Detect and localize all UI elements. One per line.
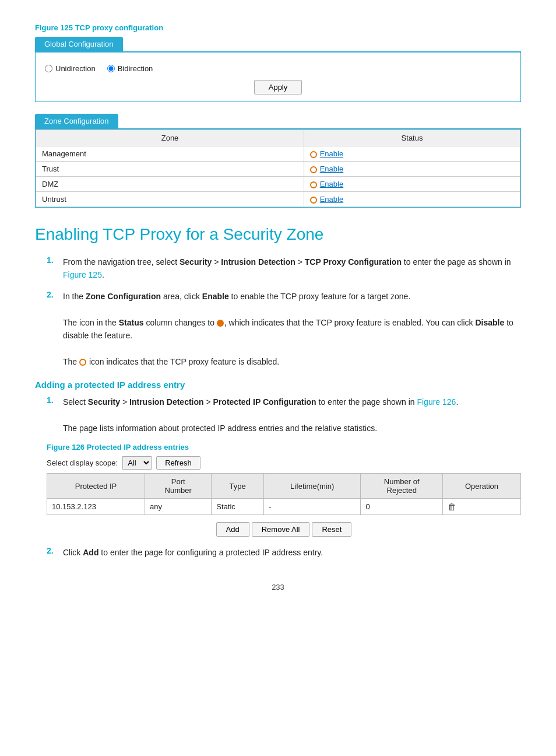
direction-radio-row: Unidirection Bidirection: [45, 64, 511, 73]
sub-step-1-content: Select Security > Intrusion Detection > …: [63, 396, 521, 435]
final-step-2-content: Click Add to enter the page for configur…: [63, 546, 521, 559]
figure125-link[interactable]: Figure 125: [63, 270, 102, 279]
step-1-content: From the navigation tree, select Securit…: [63, 256, 521, 282]
final-steps-list: 2. Click Add to enter the page for confi…: [35, 546, 521, 559]
cell-ip: 10.153.2.123: [47, 499, 145, 515]
col-lifetime: Lifetime(min): [263, 474, 361, 499]
step-1-num: 1.: [47, 256, 56, 282]
figure-126-section: Figure 126 Protected IP address entries …: [35, 443, 521, 537]
disabled-icon: [310, 197, 317, 204]
figure126-link[interactable]: Figure 126: [417, 397, 456, 407]
global-config-tab-header: Global Configuration: [35, 37, 521, 51]
bottom-buttons: Add Remove All Reset: [47, 522, 521, 537]
figure-125-caption: Figure 125 TCP proxy configuration: [35, 23, 521, 32]
enable-link-management[interactable]: Enable: [320, 149, 343, 158]
zone-config-tab-label: Zone Configuration: [35, 114, 118, 128]
display-scope-row: Select display scope: All Refresh: [47, 456, 521, 470]
zone-dmz: DMZ: [36, 177, 304, 192]
table-row: Trust Enable: [36, 162, 520, 177]
final-step-2-num: 2.: [47, 546, 56, 559]
security-bold2: Security: [88, 397, 120, 407]
protected-ip-table: Protected IP PortNumber Type Lifetime(mi…: [47, 473, 521, 515]
zone-config-panel: Zone Status Management Enable Trust E: [35, 128, 521, 208]
step-1: 1. From the navigation tree, select Secu…: [35, 256, 521, 282]
disabled-icon-inline: [79, 359, 86, 366]
enabled-icon: [217, 320, 224, 327]
enable-link-dmz[interactable]: Enable: [320, 180, 343, 188]
bidirection-text: Bidirection: [118, 64, 153, 73]
table-header-row: Protected IP PortNumber Type Lifetime(mi…: [47, 474, 521, 499]
status-bold: Status: [119, 318, 144, 327]
disabled-icon: [310, 181, 317, 188]
steps-list: 1. From the navigation tree, select Secu…: [35, 256, 521, 368]
step-2-num: 2.: [47, 290, 56, 368]
add-button[interactable]: Add: [216, 522, 249, 537]
status-management: Enable: [304, 146, 520, 162]
bidirection-label[interactable]: Bidirection: [107, 64, 153, 73]
bidirection-radio[interactable]: [107, 65, 115, 72]
sub-step-1: 1. Select Security > Intrusion Detection…: [35, 396, 521, 435]
disabled-icon: [310, 166, 317, 173]
intrusion-detection-bold: Intrusion Detection: [221, 257, 295, 267]
delete-icon[interactable]: 🗑: [448, 502, 456, 512]
zone-management: Management: [36, 146, 304, 162]
page-number: 233: [35, 583, 521, 592]
status-untrust: Enable: [304, 192, 520, 207]
zone-config-bold: Zone Configuration: [86, 292, 161, 301]
global-config-tab-label: Global Configuration: [35, 37, 123, 51]
remove-all-button[interactable]: Remove All: [252, 522, 310, 537]
add-bold: Add: [83, 548, 98, 557]
table-row: DMZ Enable: [36, 177, 520, 192]
tcp-proxy-config-bold: TCP Proxy Configuration: [305, 257, 402, 267]
col-operation: Operation: [442, 474, 520, 499]
zone-col-header: Zone: [36, 130, 304, 146]
figure-125-section: Figure 125 TCP proxy configuration Globa…: [35, 23, 521, 208]
scope-label: Select display scope:: [47, 459, 118, 467]
unidirection-radio[interactable]: [45, 65, 52, 72]
zone-table: Zone Status Management Enable Trust E: [36, 130, 520, 207]
unidirection-text: Unidirection: [55, 64, 96, 73]
global-config-panel: Unidirection Bidirection Apply: [35, 51, 521, 102]
security-bold: Security: [180, 257, 212, 267]
table-row: Untrust Enable: [36, 192, 520, 207]
intrusion-detection-bold2: Intrusion Detection: [129, 397, 204, 407]
step-2-content: In the Zone Configuration area, click En…: [63, 290, 521, 368]
col-protected-ip: Protected IP: [47, 474, 145, 499]
disabled-icon: [310, 151, 317, 158]
main-heading: Enabling TCP Proxy for a Security Zone: [35, 225, 521, 244]
sub-heading: Adding a protected IP address entry: [35, 380, 521, 390]
zone-untrust: Untrust: [36, 192, 304, 207]
cell-lifetime: -: [263, 499, 361, 515]
zone-config-tab-header: Zone Configuration: [35, 114, 521, 128]
status-trust: Enable: [304, 162, 520, 177]
enable-link-untrust[interactable]: Enable: [320, 195, 343, 204]
table-row: Management Enable: [36, 146, 520, 162]
final-step-2: 2. Click Add to enter the page for confi…: [35, 546, 521, 559]
scope-select[interactable]: All: [122, 456, 152, 470]
sub-step-1-sub: The page lists information about protect…: [63, 424, 377, 433]
cell-type: Static: [212, 499, 264, 515]
status-col-header: Status: [304, 130, 520, 146]
col-type: Type: [212, 474, 264, 499]
enable-bold: Enable: [202, 292, 229, 301]
zone-trust: Trust: [36, 162, 304, 177]
col-port-number: PortNumber: [145, 474, 212, 499]
cell-port: any: [145, 499, 212, 515]
sub-step-1-num: 1.: [47, 396, 56, 435]
cell-operation[interactable]: 🗑: [442, 499, 520, 515]
disable-bold: Disable: [475, 318, 504, 327]
sub-steps-list: 1. Select Security > Intrusion Detection…: [35, 396, 521, 435]
cell-rejected: 0: [361, 499, 443, 515]
table-row: 10.153.2.123 any Static - 0 🗑: [47, 499, 521, 515]
step-2: 2. In the Zone Configuration area, click…: [35, 290, 521, 368]
figure-126-caption: Figure 126 Protected IP address entries: [47, 443, 521, 452]
protected-ip-config-bold: Protected IP Configuration: [213, 397, 316, 407]
enable-link-trust[interactable]: Enable: [320, 164, 343, 173]
col-rejected: Number ofRejected: [361, 474, 443, 499]
reset-button[interactable]: Reset: [312, 522, 351, 537]
unidirection-label[interactable]: Unidirection: [45, 64, 96, 73]
apply-button[interactable]: Apply: [254, 80, 302, 94]
status-dmz: Enable: [304, 177, 520, 192]
refresh-button[interactable]: Refresh: [156, 456, 200, 470]
